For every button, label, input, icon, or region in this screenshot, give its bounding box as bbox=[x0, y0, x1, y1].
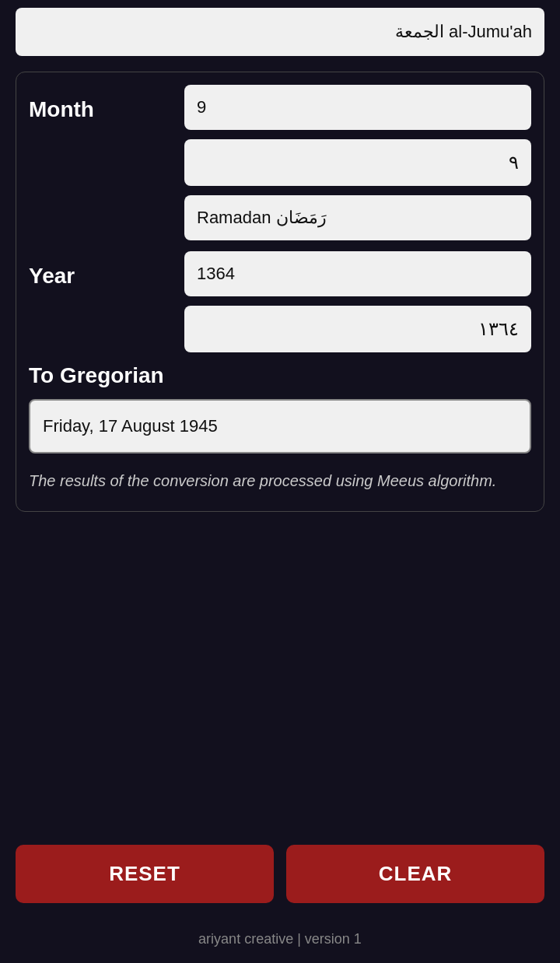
footer-text: ariyant creative | version 1 bbox=[0, 919, 560, 963]
gregorian-result: Friday, 17 August 1945 bbox=[29, 399, 531, 453]
reset-button[interactable]: RESET bbox=[16, 845, 274, 903]
to-gregorian-label: To Gregorian bbox=[29, 363, 531, 388]
month-label: Month bbox=[29, 85, 184, 122]
month-name-value[interactable]: Ramadan رَمَضَان bbox=[184, 195, 531, 240]
year-value-latin[interactable]: 1364 bbox=[184, 251, 531, 296]
month-value-latin[interactable]: 9 bbox=[184, 85, 531, 130]
year-value-arabic[interactable]: ١٣٦٤ bbox=[184, 306, 531, 352]
top-day-input: al-Jumu'ah الجمعة bbox=[16, 8, 544, 56]
month-value-arabic[interactable]: ٩ bbox=[184, 139, 531, 186]
year-label: Year bbox=[29, 251, 184, 289]
algorithm-note: The results of the conversion are proces… bbox=[29, 469, 531, 492]
clear-button[interactable]: CLEAR bbox=[286, 845, 544, 903]
